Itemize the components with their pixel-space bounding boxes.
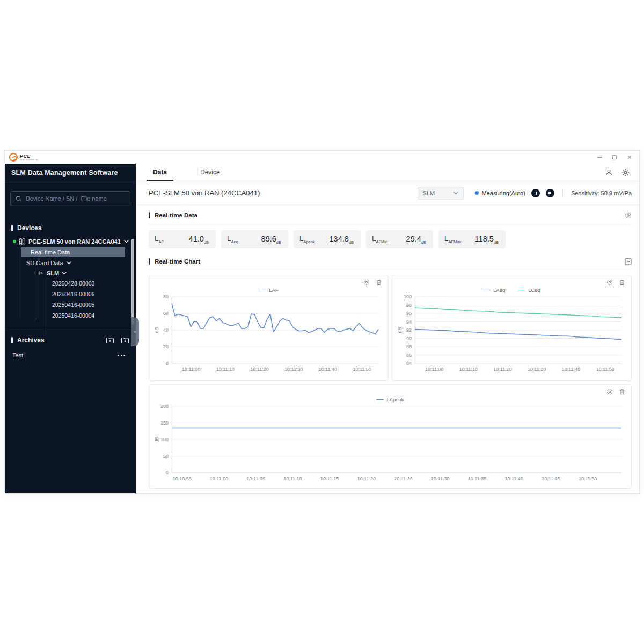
sidebar-scrollbar[interactable]: [131, 239, 134, 325]
chevron-down-icon: [453, 192, 458, 195]
metric-card-laf: LAF 41.0dB: [149, 230, 216, 248]
minimize-button[interactable]: [596, 154, 603, 160]
settings-gear-icon[interactable]: [621, 169, 630, 177]
metric-cards: LAF 41.0dB LAeq 89.6dB LApeak 134.8dB LA…: [149, 230, 632, 248]
realtime-data-label: Real-time Data: [31, 249, 70, 255]
metric-label: LAFMin: [372, 235, 387, 244]
folder-import-icon[interactable]: [121, 336, 129, 344]
realtime-data-title: Real-time Data: [155, 212, 197, 218]
sidebar-item-sd-card-data[interactable]: SD Card Data: [5, 258, 136, 268]
svg-text:10:11:50: 10:11:50: [596, 367, 614, 372]
chevron-down-icon[interactable]: [67, 261, 71, 265]
svg-text:10:11:00: 10:11:00: [425, 367, 443, 372]
svg-text:dB: dB: [154, 436, 159, 442]
sidebar-file-item[interactable]: 20250416-00006: [5, 289, 136, 299]
folder-add-icon[interactable]: [106, 336, 114, 344]
chart-delete-icon[interactable]: [619, 389, 625, 395]
chart-settings-icon[interactable]: [363, 279, 370, 286]
measuring-status: Measuring(Auto): [475, 190, 525, 196]
devices-accent-bar: [11, 225, 13, 231]
measuring-label: Measuring(Auto): [482, 190, 525, 196]
sidebar-file-item[interactable]: 20250416-00004: [5, 310, 136, 321]
svg-text:96: 96: [406, 311, 412, 316]
metric-label: LAFMax: [444, 235, 461, 244]
pause-button[interactable]: [531, 189, 540, 197]
search-icon: [16, 195, 22, 202]
legend-label: LAeq: [493, 287, 505, 293]
chevron-down-icon[interactable]: [124, 240, 129, 243]
legend-swatch: [259, 290, 266, 291]
chart-legend[interactable]: LAeqLCeq: [397, 287, 627, 294]
metric-value: 134.8dB: [330, 235, 354, 245]
measuring-dot: [475, 191, 479, 195]
device-online-dot: [13, 240, 16, 243]
svg-text:100: 100: [404, 294, 412, 299]
svg-text:10:11:40: 10:11:40: [319, 367, 337, 372]
sidebar-collapse-handle[interactable]: «: [131, 317, 139, 346]
legend-label: LCeq: [528, 287, 540, 293]
svg-text:98: 98: [406, 303, 412, 308]
stop-button[interactable]: [546, 189, 554, 197]
archive-item-test[interactable]: Test: [5, 349, 136, 361]
device-tree: PCE-SLM 50 von RAN 24CCA041 Real-time Da…: [5, 236, 136, 321]
app-window: PCE INSTRUMENTS ✕ SLM Data Management So…: [4, 150, 640, 494]
device-node[interactable]: PCE-SLM 50 von RAN 24CCA041: [5, 236, 136, 247]
chevron-down-icon[interactable]: [62, 272, 67, 275]
legend-item-laf[interactable]: LAF: [259, 287, 278, 293]
pce-logo: PCE INSTRUMENTS: [9, 153, 38, 162]
metric-label: LAeq: [227, 235, 238, 244]
sidebar-item-realtime-data[interactable]: Real-time Data: [21, 247, 125, 257]
chart-legend[interactable]: LAF: [153, 287, 384, 294]
tab-data[interactable]: Data: [150, 164, 170, 181]
user-icon[interactable]: [605, 169, 613, 177]
chart-delete-icon[interactable]: [619, 279, 625, 286]
svg-text:86: 86: [406, 353, 412, 358]
legend-swatch: [376, 399, 384, 400]
metric-value: 118.5dB: [475, 235, 499, 245]
svg-text:10:11:35: 10:11:35: [468, 476, 486, 481]
sensitivity-value: Sensitivity: 50.9 mV/Pa: [571, 190, 632, 196]
more-options-icon[interactable]: [118, 355, 128, 356]
sidebar: SLM Data Management Software Devices PCE…: [5, 164, 136, 493]
svg-text:10:11:30: 10:11:30: [431, 476, 449, 481]
section-accent-bar: [149, 212, 150, 218]
sidebar-item-slm[interactable]: SLM: [5, 268, 136, 278]
svg-text:0: 0: [166, 361, 169, 366]
legend-item-laeq[interactable]: LAeq: [483, 287, 505, 293]
laf-chart: 020406080dB10:11:0010:11:1010:11:2010:11…: [153, 294, 384, 374]
device-title: PCE-SLM 50 von RAN (24CCA041): [149, 189, 260, 197]
pce-logo-icon: [9, 153, 18, 162]
svg-text:10:11:50: 10:11:50: [579, 476, 597, 481]
tab-bar: Data Device: [136, 164, 639, 181]
svg-text:10:11:00: 10:11:00: [210, 476, 228, 481]
svg-text:dB: dB: [397, 327, 402, 333]
close-button[interactable]: ✕: [626, 154, 633, 160]
file-name: 20250416-00005: [52, 302, 94, 308]
realtime-data-settings-icon[interactable]: [625, 212, 632, 219]
chart-delete-icon[interactable]: [376, 279, 382, 286]
sidebar-file-item[interactable]: 20250416-00005: [5, 299, 136, 310]
svg-text:10:11:15: 10:11:15: [320, 476, 339, 481]
chart-settings-icon[interactable]: [606, 389, 613, 395]
svg-text:10:11:05: 10:11:05: [247, 476, 265, 481]
tab-device[interactable]: Device: [197, 164, 223, 181]
lapeak-chart: 050100150200dB10:10:5510:11:0010:11:0510…: [153, 403, 627, 484]
device-icon: [19, 238, 25, 245]
svg-text:10:11:10: 10:11:10: [216, 367, 235, 372]
legend-item-lapeak[interactable]: LApeak: [376, 397, 404, 402]
chart-settings-icon[interactable]: [606, 279, 613, 286]
svg-text:80: 80: [163, 294, 169, 299]
search-input[interactable]: [26, 195, 125, 202]
chart-legend[interactable]: LApeak: [153, 396, 627, 403]
sidebar-file-item[interactable]: 20250428-00003: [5, 278, 136, 289]
legend-item-lceq[interactable]: LCeq: [518, 287, 540, 293]
main-panel: Data Device PCE-SLM 50 von RAN (24CCA041…: [136, 164, 639, 493]
svg-text:40: 40: [163, 327, 169, 333]
chart-card-laeq-lceq: LAeqLCeq 8486889092949698100dB10:11:0010…: [392, 275, 632, 381]
svg-text:10:11:40: 10:11:40: [505, 476, 523, 481]
chart-card-laf: LAF 020406080dB10:11:0010:11:1010:11:201…: [149, 275, 389, 381]
mode-select[interactable]: SLM: [418, 187, 464, 200]
add-chart-icon[interactable]: [625, 258, 632, 265]
restore-button[interactable]: [611, 154, 618, 160]
legend-label: LApeak: [386, 397, 404, 402]
